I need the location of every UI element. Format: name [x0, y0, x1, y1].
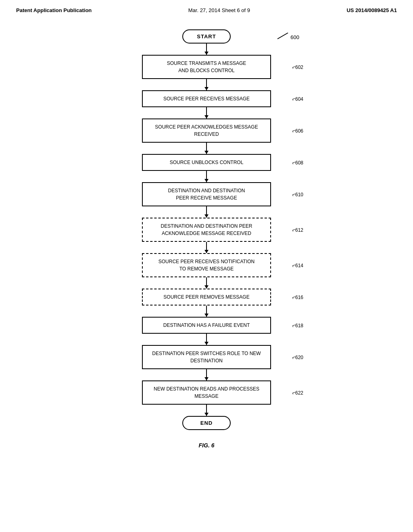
connector-11 [206, 405, 207, 416]
flow-chart: START SOURCE TRANSMITS A MESSAGE AND BLO… [106, 29, 307, 430]
connector-5 [206, 206, 207, 218]
node-614: SOURCE PEER RECEIVES NOTIFICATION TO REM… [142, 253, 271, 277]
box-row-622: NEW DESTINATION READS AND PROCESSES MESS… [106, 380, 307, 405]
box-row-612: DESTINATION AND DESTINATION PEER ACKNOWL… [106, 218, 307, 242]
ref-608: ⌐608 [292, 159, 303, 166]
step-614: SOURCE PEER RECEIVES NOTIFICATION TO REM… [106, 253, 307, 277]
step-618: DESTINATION HAS A FAILURE EVENT ⌐618 [106, 317, 307, 334]
step-606: SOURCE PEER ACKNOWLEDGES MESSAGE RECEIVE… [106, 118, 307, 143]
connector-10 [206, 369, 207, 380]
node-622: NEW DESTINATION READS AND PROCESSES MESS… [142, 380, 271, 405]
box-row-602: SOURCE TRANSMITS A MESSAGE AND BLOCKS CO… [106, 55, 307, 79]
diagram-container: 600 START SOURCE TRANSMITS A MESSAGE AND… [0, 17, 413, 457]
header-publication: Patent Application Publication [16, 7, 92, 13]
header-date-sheet: Mar. 27, 2014 Sheet 6 of 9 [188, 7, 250, 13]
box-row-616: SOURCE PEER REMOVES MESSAGE ⌐616 [106, 289, 307, 305]
node-604: SOURCE PEER RECEIVES MESSAGE [142, 90, 271, 107]
step-end: END [106, 416, 307, 430]
page-header: Patent Application Publication Mar. 27, … [0, 0, 413, 17]
box-row-end: END [106, 416, 307, 430]
step-622: NEW DESTINATION READS AND PROCESSES MESS… [106, 380, 307, 405]
ref-620: ⌐620 [292, 354, 303, 360]
ref-604: ⌐604 [292, 96, 303, 102]
ref-610: ⌐610 [292, 191, 303, 197]
header-patent-number: US 2014/0089425 A1 [346, 7, 397, 13]
step-620: DESTINATION PEER SWITCHES ROLE TO NEW DE… [106, 345, 307, 369]
step-616: SOURCE PEER REMOVES MESSAGE ⌐616 [106, 289, 307, 305]
box-row-614: SOURCE PEER RECEIVES NOTIFICATION TO REM… [106, 253, 307, 277]
connector-6 [206, 242, 207, 253]
box-row-606: SOURCE PEER ACKNOWLEDGES MESSAGE RECEIVE… [106, 118, 307, 143]
node-612: DESTINATION AND DESTINATION PEER ACKNOWL… [142, 218, 271, 242]
step-612: DESTINATION AND DESTINATION PEER ACKNOWL… [106, 218, 307, 242]
node-608: SOURCE UNBLOCKS CONTROL [142, 154, 271, 171]
ref-622: ⌐622 [292, 389, 303, 396]
node-610: DESTINATION AND DESTINATION PEER RECEIVE… [142, 182, 271, 206]
ref-612: ⌐612 [292, 227, 303, 233]
connector-3 [206, 143, 207, 154]
connector-2 [206, 107, 207, 118]
node-606: SOURCE PEER ACKNOWLEDGES MESSAGE RECEIVE… [142, 118, 271, 143]
connector-8 [206, 305, 207, 317]
node-616: SOURCE PEER REMOVES MESSAGE [142, 289, 271, 305]
ref-616: ⌐616 [292, 294, 303, 300]
ref-614: ⌐614 [292, 262, 303, 268]
connector-0 [206, 44, 207, 55]
box-row-604: SOURCE PEER RECEIVES MESSAGE ⌐604 [106, 90, 307, 107]
connector-1 [206, 79, 207, 90]
connector-9 [206, 334, 207, 345]
ref-602: ⌐602 [292, 64, 303, 70]
connector-4 [206, 171, 207, 182]
step-610: DESTINATION AND DESTINATION PEER RECEIVE… [106, 182, 307, 206]
step-start: START [106, 29, 307, 44]
box-row-618: DESTINATION HAS A FAILURE EVENT ⌐618 [106, 317, 307, 334]
node-620: DESTINATION PEER SWITCHES ROLE TO NEW DE… [142, 345, 271, 369]
ref-606: ⌐606 [292, 127, 303, 134]
end-node: END [182, 416, 231, 430]
figure-caption: FIG. 6 [199, 442, 215, 449]
step-604: SOURCE PEER RECEIVES MESSAGE ⌐604 [106, 90, 307, 107]
node-602: SOURCE TRANSMITS A MESSAGE AND BLOCKS CO… [142, 55, 271, 79]
box-row-610: DESTINATION AND DESTINATION PEER RECEIVE… [106, 182, 307, 206]
step-602: SOURCE TRANSMITS A MESSAGE AND BLOCKS CO… [106, 55, 307, 79]
step-608: SOURCE UNBLOCKS CONTROL ⌐608 [106, 154, 307, 171]
box-row-620: DESTINATION PEER SWITCHES ROLE TO NEW DE… [106, 345, 307, 369]
ref-618: ⌐618 [292, 322, 303, 328]
connector-7 [206, 277, 207, 289]
node-618: DESTINATION HAS A FAILURE EVENT [142, 317, 271, 334]
start-node: START [182, 29, 231, 44]
box-row-608: SOURCE UNBLOCKS CONTROL ⌐608 [106, 154, 307, 171]
box-row-start: START [106, 29, 307, 44]
